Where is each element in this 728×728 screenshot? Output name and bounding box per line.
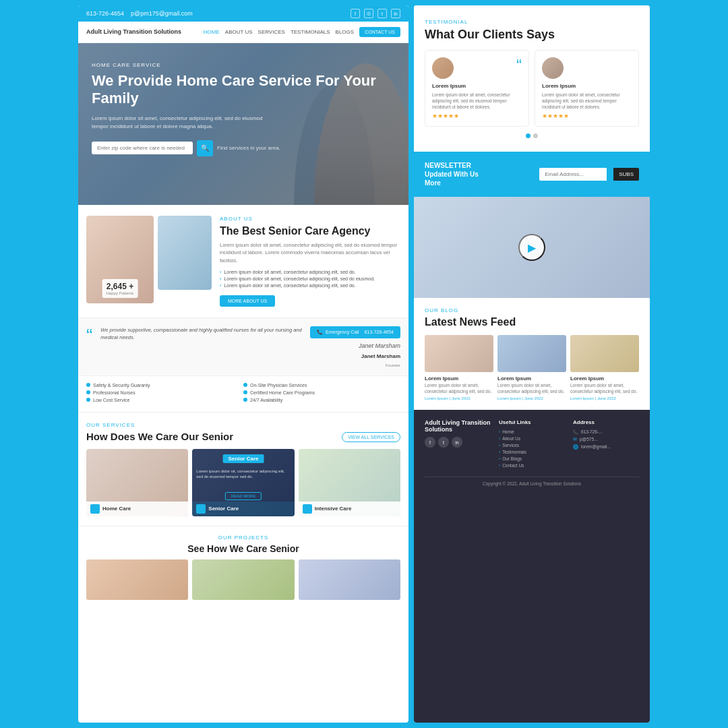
- footer-email-address: p@575...: [580, 437, 597, 442]
- testimonial-card-2: Lorem Ipsum Lorem ipsum dolor sit amet, …: [535, 50, 639, 127]
- feature-label: Safety & Security Guaranty: [93, 383, 150, 388]
- newsletter-subscribe-button[interactable]: SUBS: [613, 168, 639, 181]
- footer-linkedin-icon[interactable]: in: [452, 437, 462, 448]
- blog-post-meta-2: Lorem Ipsum | June 2022: [497, 396, 566, 400]
- newsletter-subtitle: More: [425, 179, 533, 187]
- nav-services[interactable]: SERVICES: [258, 29, 285, 35]
- footer-facebook-icon[interactable]: f: [425, 437, 435, 448]
- linkedin-icon[interactable]: in: [391, 9, 400, 18]
- services-section: OUR SERVICES How Does We Care Our Senior…: [78, 412, 408, 526]
- search-button[interactable]: 🔍: [197, 140, 213, 156]
- blog-card-2: Lorem Ipsum Lorem ipsum dolor sit amet, …: [497, 335, 566, 400]
- signature-name: Janet Marsham: [359, 342, 400, 349]
- contact-button[interactable]: CONTACT US: [359, 27, 400, 37]
- email-address: p@pm175@gmail.com: [131, 10, 193, 17]
- view-all-button[interactable]: VIEW ALL SERVICES: [342, 432, 400, 442]
- facebook-icon[interactable]: f: [351, 9, 360, 18]
- logo: Adult Living Transition Solutions: [86, 28, 181, 36]
- feature-label: Professional Nurses: [93, 390, 135, 395]
- footer-link-testimonials[interactable]: Testimonials: [499, 450, 565, 454]
- find-services-text: Find services in your area.: [217, 145, 280, 151]
- twitter-icon[interactable]: t: [377, 9, 387, 18]
- feature-label: Certified Home Care Programs: [250, 390, 315, 395]
- service-card-home-care: Home Care: [86, 449, 188, 516]
- footer-grid: Adult Living Transition Solutions f t in…: [425, 419, 639, 470]
- home-care-icon: [90, 504, 100, 514]
- list-item: Lorem ipsum dolor sit amet, consectetur …: [220, 276, 400, 281]
- blog-image-3: [570, 335, 639, 372]
- feature-item: Professional Nurses: [86, 390, 243, 395]
- intensive-care-name: Intensive Care: [315, 506, 352, 512]
- nav-about[interactable]: ABOUT US: [225, 29, 253, 35]
- top-bar: 613-726-4654 p@pm175@gmail.com f ◎ t in: [78, 5, 408, 22]
- review-text-2: Lorem ipsum dolor sit amet, consectetur …: [542, 92, 632, 110]
- footer-link-blogs[interactable]: Our Blogs: [499, 456, 565, 461]
- dot-1[interactable]: [526, 133, 530, 138]
- hero-tag: HOME CARE SERVICE: [92, 62, 395, 68]
- nav-testimonials[interactable]: TESTIMONIALS: [291, 29, 330, 35]
- feature-item: Low Cost Service: [86, 398, 243, 402]
- testimonial-card-1: “ Lorem Ipsum Lorem ipsum dolor sit amet…: [425, 50, 529, 127]
- emergency-phone: 613-726-4654: [364, 330, 394, 334]
- more-about-button[interactable]: MORE ABOUT US: [220, 295, 275, 307]
- blog-post-text-1: Lorem ipsum dolor sit amet, consectetur …: [425, 383, 493, 394]
- newsletter-title: Updated With Us: [425, 170, 533, 179]
- testimonial-cards: “ Lorem Ipsum Lorem ipsum dolor sit amet…: [425, 50, 639, 127]
- features-row: Safety & Security Guaranty Professional …: [78, 375, 408, 412]
- emergency-block: 📞 Emergency Call 613-726-4654 Janet Mars…: [310, 326, 400, 367]
- right-panel: TESTIMONIAL What Our Clients Says “ Lore…: [414, 5, 650, 723]
- about-tag: ABOUT US: [220, 216, 400, 222]
- emergency-call-button[interactable]: 📞 Emergency Call 613-726-4654: [310, 326, 400, 338]
- search-input[interactable]: [92, 142, 193, 154]
- newsletter-email-input[interactable]: [539, 168, 607, 181]
- blog-section: OUR BLOG Latest News Feed Lorem Ipsum Lo…: [414, 298, 650, 410]
- hero-title: We Provide Home Care Service For Your Fa…: [92, 72, 395, 108]
- footer-link-contact[interactable]: Contact Us: [499, 463, 565, 468]
- footer-link-services[interactable]: Services: [499, 443, 565, 448]
- project-image-1: [86, 559, 188, 600]
- video-section: ▶: [414, 197, 650, 298]
- avatar-2: [542, 57, 564, 79]
- feature-dot: [243, 398, 247, 402]
- senior-care-icon: [196, 504, 206, 514]
- about-title: The Best Senior Care Agency: [220, 224, 400, 237]
- stars-1: ★★★★★: [432, 113, 522, 119]
- happy-patients-badge: 2,645 + Happy Patients: [102, 279, 138, 298]
- footer-link-about[interactable]: About Us: [499, 436, 565, 441]
- footer-twitter-icon[interactable]: t: [438, 437, 449, 448]
- footer-link-home[interactable]: Home: [499, 429, 565, 434]
- phone-icon: 📞: [317, 330, 323, 335]
- about-section: 2,645 + Happy Patients ABOUT US The Best…: [78, 205, 408, 317]
- footer-logo: Adult Living Transition Solutions: [425, 419, 491, 433]
- about-image-1: 2,645 + Happy Patients: [86, 216, 154, 303]
- review-text-1: Lorem ipsum dolor sit amet, consectetur …: [432, 92, 522, 110]
- phone-bullet-icon: 📞: [573, 429, 578, 435]
- reviewer-name-1: Lorem Ipsum: [432, 83, 522, 89]
- read-more-button[interactable]: READ MORE: [225, 492, 262, 500]
- emergency-label: Emergency Call: [326, 330, 359, 334]
- globe-bullet-icon: 🌐: [573, 444, 578, 450]
- nav-blogs[interactable]: BLOGS: [336, 29, 355, 35]
- nav-home[interactable]: HOME: [204, 29, 220, 35]
- testimonial-title: What Our Clients Says: [425, 28, 639, 42]
- blog-image-1: [425, 335, 493, 372]
- newsletter-text: NEWSLETTER Updated With Us More: [425, 161, 533, 187]
- senior-care-description: Lorem ipsum dolor sit, consectetur adipi…: [196, 469, 290, 480]
- service-card-senior-care: Senior Care Lorem ipsum dolor sit, conse…: [192, 449, 294, 516]
- feature-dot: [243, 390, 247, 394]
- patient-count: 2,645 +: [107, 282, 134, 291]
- about-images: 2,645 + Happy Patients: [86, 216, 212, 307]
- footer-col-address: Address 📞 613-726-... ✉ p@575... 🌐 lorem…: [573, 419, 639, 470]
- quote-section: “ We provide supportive, compassionate a…: [78, 317, 408, 375]
- projects-images: [86, 559, 400, 600]
- instagram-icon[interactable]: ◎: [364, 9, 373, 18]
- about-description: Lorem ipsum dolor sit amet, consectetur …: [220, 241, 400, 264]
- projects-section: OUR PROJECTS See How We Care Senior: [78, 526, 408, 608]
- social-icons: f ◎ t in: [351, 9, 400, 18]
- about-list: Lorem ipsum dolor sit amet, consectetur …: [220, 270, 400, 288]
- footer-col-brand: Adult Living Transition Solutions f t in: [425, 419, 491, 470]
- dot-2[interactable]: [533, 133, 538, 138]
- play-button[interactable]: ▶: [518, 234, 545, 261]
- features-col-left: Safety & Security Guaranty Professional …: [86, 383, 243, 405]
- patient-label: Happy Patients: [107, 291, 134, 295]
